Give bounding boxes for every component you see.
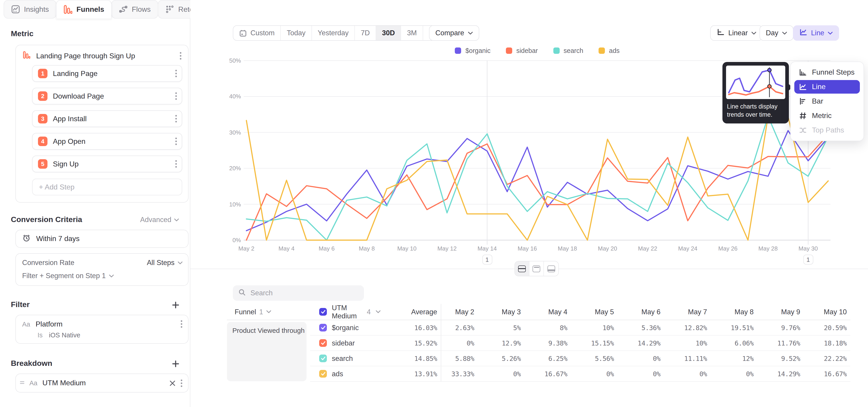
view-toggle-chart-only[interactable] (529, 261, 544, 276)
search-input[interactable] (250, 289, 354, 297)
funnel-column-header[interactable]: Funnel 1 (227, 304, 310, 320)
chart-type-dropdown[interactable]: Line (793, 25, 839, 41)
x-axis-tick: May 6 (319, 245, 335, 252)
view-toggle-chart-and-table[interactable] (515, 261, 529, 276)
drag-handle-icon[interactable] (20, 379, 24, 387)
date-column-header[interactable]: May 7 (664, 304, 711, 320)
funnel-step-5[interactable]: 5 Sign Up (32, 156, 182, 172)
date-column-header[interactable]: May 9 (757, 304, 804, 320)
compare-button[interactable]: Compare (429, 25, 479, 41)
breakdown-column-count: 4 (367, 308, 371, 316)
conversion-rate-dropdown[interactable]: All Steps (147, 259, 183, 267)
date-column-header[interactable]: May 10 (804, 304, 850, 320)
tab-insights[interactable]: Insights (4, 0, 57, 19)
date-range-3m[interactable]: 3M (401, 26, 423, 40)
funnel-kebab-menu-icon[interactable] (180, 52, 182, 60)
add-breakdown-button[interactable] (172, 360, 179, 367)
scale-dropdown[interactable]: Linear (710, 25, 763, 41)
series-organic[interactable] (246, 131, 828, 231)
filter-segment-dropdown[interactable]: Filter + Segment on Step 1 (22, 272, 183, 280)
row-checkbox[interactable] (319, 354, 327, 362)
date-column-header[interactable]: May 5 (571, 304, 618, 320)
step-number-badge: 2 (38, 91, 48, 101)
row-group-label[interactable]: Product Viewed through P... (227, 322, 307, 381)
step-kebab-menu-icon[interactable] (175, 160, 177, 168)
menu-item-bar[interactable]: Bar (794, 95, 860, 108)
x-axis-tick: May 12 (437, 245, 457, 252)
table-search[interactable] (233, 285, 364, 301)
x-axis-tick: May 28 (758, 245, 778, 252)
table-cell: 5% (478, 320, 524, 336)
filter-kebab-menu-icon[interactable] (180, 320, 183, 328)
date-range-custom[interactable]: Custom (233, 26, 281, 40)
date-range-label: 7D (361, 29, 370, 37)
menu-item-metric[interactable]: Metric (794, 109, 860, 123)
annotation-badge[interactable]: 1 (803, 255, 813, 264)
table-cell: 0% (618, 366, 664, 382)
metric-icon (799, 112, 807, 120)
step-kebab-menu-icon[interactable] (175, 69, 177, 78)
date-column-header[interactable]: May 2 (441, 304, 478, 320)
query-sidebar: Insights Funnels Flows Retention Metric … (0, 0, 190, 407)
step-kebab-menu-icon[interactable] (175, 92, 177, 100)
date-range-today[interactable]: Today (281, 26, 312, 40)
select-all-checkbox[interactable] (319, 308, 327, 316)
add-step-button[interactable]: + Add Step (32, 179, 182, 195)
breakdown-property-name: UTM Medium (42, 379, 165, 387)
annotation-badge[interactable]: 1 (482, 255, 492, 264)
breakdown-column-header[interactable]: UTM Medium 4 (310, 304, 381, 320)
funnel-step-3[interactable]: 3 App Install (32, 111, 182, 127)
table-row-ads[interactable]: ads (310, 366, 381, 382)
x-axis-tick: May 22 (638, 245, 657, 252)
step-label: App Open (53, 137, 169, 146)
date-column-header[interactable]: May 4 (524, 304, 571, 320)
row-checkbox[interactable] (319, 324, 327, 332)
metric-heading: Metric (11, 29, 33, 38)
breakdown-kebab-menu-icon[interactable] (180, 379, 183, 387)
table-row-search[interactable]: search (310, 351, 381, 366)
flows-icon (119, 5, 128, 13)
remove-breakdown-icon[interactable] (169, 380, 176, 386)
date-column-header[interactable]: May 3 (478, 304, 524, 320)
y-axis-tick: 50% (214, 57, 241, 64)
filter-platform-card[interactable]: Aa Platform Is iOS Native (16, 315, 188, 344)
step-kebab-menu-icon[interactable] (175, 137, 177, 146)
date-column-header[interactable]: May 8 (711, 304, 757, 320)
date-column-header[interactable]: May 6 (618, 304, 664, 320)
insights-icon (11, 5, 20, 13)
breakdown-utm-card[interactable]: Aa UTM Medium (16, 374, 188, 393)
date-column-label: May 8 (735, 308, 754, 316)
date-range-yesterday[interactable]: Yesterday (312, 26, 355, 40)
funnel-step-2[interactable]: 2 Download Page (32, 88, 182, 104)
average-column-header[interactable]: Average (381, 304, 441, 320)
step-kebab-menu-icon[interactable] (175, 115, 177, 123)
table-row-organic[interactable]: $organic (310, 320, 381, 336)
table-row-sidebar[interactable]: sidebar (310, 336, 381, 351)
interval-dropdown[interactable]: Day (760, 25, 793, 41)
funnel-step-4[interactable]: 4 App Open (32, 133, 182, 150)
menu-item-top-paths: Top Paths (794, 123, 860, 137)
row-checkbox[interactable] (319, 339, 327, 347)
view-toggle-table-only[interactable] (544, 261, 558, 276)
x-axis-tick: May 10 (397, 245, 416, 252)
interval-label: Day (766, 29, 778, 37)
tab-flows[interactable]: Flows (112, 0, 158, 19)
menu-item-line[interactable]: Line (794, 80, 860, 94)
x-axis-tick: May 16 (518, 245, 537, 252)
step-label: Landing Page (53, 69, 169, 77)
date-range-7d[interactable]: 7D (355, 26, 376, 40)
date-range-30d[interactable]: 30D (376, 26, 401, 40)
tab-funnels[interactable]: Funnels (56, 0, 112, 19)
x-axis-tick: May 20 (598, 245, 617, 252)
row-name: $organic (332, 323, 359, 332)
add-filter-button[interactable] (172, 302, 179, 308)
funnel-metric-card: Landing Page through Sign Up 1 Landing P… (16, 45, 188, 202)
advanced-dropdown[interactable]: Advanced (140, 216, 179, 224)
funnel-step-1[interactable]: 1 Landing Page (32, 65, 182, 82)
date-column-label: May 3 (502, 308, 521, 316)
chevron-down-icon (178, 261, 183, 264)
conversion-window-card[interactable]: Within 7 days (16, 230, 188, 248)
sidebar-scroll[interactable]: Metric Landing Page through Sign Up 1 La… (0, 19, 190, 407)
menu-item-funnel-steps[interactable]: Funnel Steps (794, 66, 860, 79)
row-checkbox[interactable] (319, 370, 327, 378)
